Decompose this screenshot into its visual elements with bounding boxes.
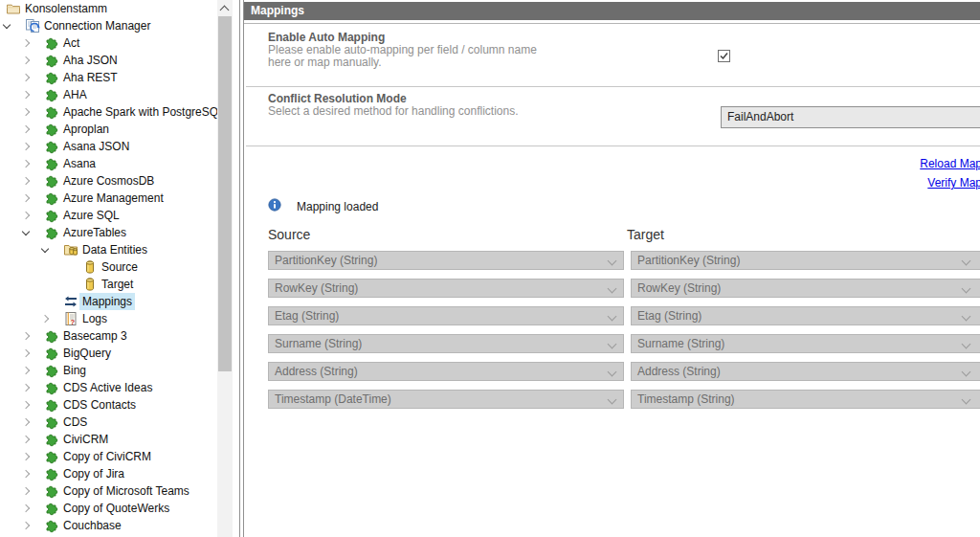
tree-item-label[interactable]: Couchbase <box>63 517 122 534</box>
tree-item-label[interactable]: Source <box>101 258 138 276</box>
splitter[interactable] <box>239 0 240 537</box>
chevron-right-icon[interactable] <box>22 367 30 374</box>
chevron-right-icon[interactable] <box>22 418 30 426</box>
tree-item-cds-contacts[interactable]: CDS Contacts <box>0 396 217 414</box>
tree-item-label[interactable]: AzureTables <box>63 224 126 241</box>
chevron-right-icon[interactable] <box>22 212 30 219</box>
tree-item-mappings[interactable]: Mappings <box>0 293 217 310</box>
chevron-right-icon[interactable] <box>22 177 30 185</box>
tree-item-azure-management[interactable]: Azure Management <box>0 190 217 207</box>
tree-item-azure-sql[interactable]: Azure SQL <box>0 207 217 224</box>
tree-item-copy-of-quotewerks[interactable]: Copy of QuoteWerks <box>0 500 217 517</box>
tree-item-data-entities[interactable]: Data Entities <box>0 241 217 258</box>
tree-item-label[interactable]: BigQuery <box>63 345 111 362</box>
tree-item-bing[interactable]: Bing <box>0 362 217 379</box>
tree-item-label[interactable]: Apache Spark with PostgreSQL <box>63 103 225 121</box>
tree-item-label[interactable]: Bing <box>63 362 86 379</box>
chevron-right-icon[interactable] <box>22 56 30 64</box>
target-field-select[interactable]: Address (String) <box>631 362 980 381</box>
tree-item-aha[interactable]: AHA <box>0 86 217 103</box>
chevron-right-icon[interactable] <box>22 143 30 150</box>
chevron-right-icon[interactable] <box>22 91 30 99</box>
tree-item-label[interactable]: CDS Active Ideas <box>63 379 152 396</box>
source-field-select[interactable]: Address (String) <box>268 362 624 381</box>
tree-item-konsolenstamm[interactable]: Konsolenstamm <box>0 0 217 17</box>
target-field-select[interactable]: Surname (String) <box>631 334 980 353</box>
tree-item-apache-spark-with-postgresql[interactable]: Apache Spark with PostgreSQL <box>0 103 217 121</box>
chevron-right-icon[interactable] <box>22 436 30 443</box>
tree-item-label[interactable]: AHA <box>63 86 87 103</box>
tree-scrollbar[interactable] <box>217 0 233 537</box>
tree-item-cds-active-ideas[interactable]: CDS Active Ideas <box>0 379 217 396</box>
verify-map-link[interactable]: Verify Map <box>927 176 980 190</box>
chevron-right-icon[interactable] <box>22 194 30 202</box>
source-field-select[interactable]: Etag (String) <box>268 306 624 325</box>
tree-item-civicrm[interactable]: CiviCRM <box>0 431 217 448</box>
tree-item-label[interactable]: Mappings <box>79 293 135 310</box>
tree-item-label[interactable]: CiviCRM <box>63 431 108 448</box>
chevron-down-icon[interactable] <box>22 228 30 235</box>
auto-mapping-checkbox[interactable] <box>718 50 730 62</box>
tree-item-copy-of-civicrm[interactable]: Copy of CiviCRM <box>0 448 217 465</box>
chevron-right-icon[interactable] <box>22 349 30 357</box>
tree-item-bigquery[interactable]: BigQuery <box>0 345 217 362</box>
chevron-down-icon[interactable] <box>3 21 11 29</box>
tree-item-asana-json[interactable]: Asana JSON <box>0 138 217 155</box>
tree-item-label[interactable]: Aha REST <box>63 69 118 86</box>
conflict-resolution-select[interactable]: FailAndAbort <box>721 106 980 128</box>
reload-map-link[interactable]: Reload Map <box>920 157 980 170</box>
chevron-right-icon[interactable] <box>22 453 30 460</box>
chevron-right-icon[interactable] <box>22 332 30 340</box>
chevron-right-icon[interactable] <box>22 504 30 512</box>
tree-item-label[interactable]: Copy of Jira <box>63 465 124 482</box>
tree-item-azuretables[interactable]: AzureTables <box>0 224 217 241</box>
tree-item-aha-rest[interactable]: Aha REST <box>0 69 217 86</box>
source-field-select[interactable]: Timestamp (DateTime) <box>268 390 624 409</box>
target-field-select[interactable]: Etag (String) <box>631 306 980 325</box>
target-field-select[interactable]: RowKey (String) <box>631 279 980 298</box>
target-field-select[interactable]: Timestamp (String) <box>631 390 980 409</box>
chevron-right-icon[interactable] <box>22 522 30 529</box>
tree-item-label[interactable]: Copy of QuoteWerks <box>63 500 169 517</box>
tree-item-logs[interactable]: ?Logs <box>0 310 217 327</box>
scrollbar-thumb[interactable] <box>218 16 232 371</box>
tree-item-label[interactable]: Connection Manager <box>44 17 150 34</box>
tree-item-label[interactable]: Asana <box>63 155 96 172</box>
tree-item-label[interactable]: Aproplan <box>63 121 109 138</box>
tree-item-label[interactable]: Data Entities <box>82 241 147 258</box>
tree-item-label[interactable]: Azure Management <box>63 190 164 207</box>
tree-item-copy-of-jira[interactable]: Copy of Jira <box>0 465 217 482</box>
target-field-select[interactable]: PartitionKey (String) <box>631 251 980 270</box>
tree-item-label[interactable]: Azure CosmosDB <box>63 172 154 190</box>
tree-item-cds[interactable]: CDS <box>0 414 217 431</box>
tree-item-azure-cosmosdb[interactable]: Azure CosmosDB <box>0 172 217 190</box>
tree-item-copy-of-microsoft-teams[interactable]: Copy of Microsoft Teams <box>0 482 217 500</box>
tree-item-label[interactable]: Copy of CiviCRM <box>63 448 151 465</box>
chevron-right-icon[interactable] <box>22 74 30 81</box>
tree-item-label[interactable]: Konsolenstamm <box>25 0 107 17</box>
tree-item-source[interactable]: Source <box>0 258 217 276</box>
chevron-right-icon[interactable] <box>22 39 30 47</box>
source-field-select[interactable]: RowKey (String) <box>268 279 624 298</box>
tree-item-label[interactable]: Act <box>63 34 79 52</box>
chevron-right-icon[interactable] <box>22 487 30 495</box>
tree-item-connection-manager[interactable]: Connection Manager <box>0 17 217 34</box>
scroll-up-button[interactable] <box>217 0 233 16</box>
tree-item-basecamp-3[interactable]: Basecamp 3 <box>0 327 217 345</box>
chevron-right-icon[interactable] <box>22 470 30 478</box>
chevron-right-icon[interactable] <box>22 108 30 116</box>
tree-item-label[interactable]: Basecamp 3 <box>63 327 127 345</box>
chevron-right-icon[interactable] <box>22 401 30 409</box>
tree-item-aha-json[interactable]: Aha JSON <box>0 52 217 69</box>
tree-item-aproplan[interactable]: Aproplan <box>0 121 217 138</box>
chevron-right-icon[interactable] <box>22 125 30 133</box>
chevron-right-icon[interactable] <box>22 160 30 168</box>
tree-item-act[interactable]: Act <box>0 34 217 52</box>
tree-item-label[interactable]: Aha JSON <box>63 52 118 69</box>
tree-item-couchbase[interactable]: Couchbase <box>0 517 217 534</box>
source-field-select[interactable]: Surname (String) <box>268 334 624 353</box>
tree-item-label[interactable]: Copy of Microsoft Teams <box>63 482 189 500</box>
tree-item-label[interactable]: CDS <box>63 414 87 431</box>
tree-item-label[interactable]: Asana JSON <box>63 138 129 155</box>
source-field-select[interactable]: PartitionKey (String) <box>268 251 624 270</box>
